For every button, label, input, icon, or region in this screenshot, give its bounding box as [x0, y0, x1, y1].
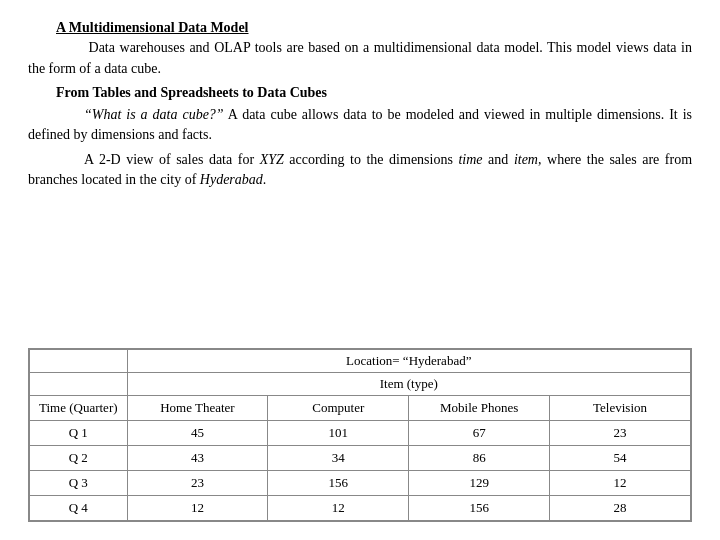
column-header-row: Time (Quarter) Home Theater Computer Mob… — [30, 396, 691, 421]
q2-tv: 54 — [550, 446, 691, 471]
location-header-cell: Location= “Hyderabad” — [127, 350, 690, 373]
data-table-wrapper: Location= “Hyderabad” Item (type) Time (… — [28, 348, 692, 522]
italic-prefix: “What is a data cube?” — [84, 107, 224, 122]
item-type-header-cell: Item (type) — [127, 373, 690, 396]
q4-mobile: 156 — [409, 496, 550, 521]
q3-computer: 156 — [268, 471, 409, 496]
q2-computer: 34 — [268, 446, 409, 471]
q2-mobile: 86 — [409, 446, 550, 471]
heading-tables: From Tables and Spreadsheets to Data Cub… — [56, 83, 692, 103]
computer-header: Computer — [268, 396, 409, 421]
empty-cell-2 — [30, 373, 128, 396]
q4-home-theater: 12 — [127, 496, 268, 521]
data-table: Location= “Hyderabad” Item (type) Time (… — [29, 349, 691, 521]
text-block: A Multidimensional Data Model Data wareh… — [28, 18, 692, 340]
item-type-row: Item (type) — [30, 373, 691, 396]
empty-top-left-cell — [30, 350, 128, 373]
item-label: item — [514, 152, 538, 167]
q4-tv: 28 — [550, 496, 691, 521]
television-header: Television — [550, 396, 691, 421]
home-theater-header: Home Theater — [127, 396, 268, 421]
q1-tv: 23 — [550, 421, 691, 446]
table-row: Q 1 45 101 67 23 — [30, 421, 691, 446]
title-line: A Multidimensional Data Model — [56, 18, 692, 38]
mobile-phones-header: Mobile Phones — [409, 396, 550, 421]
q2-home-theater: 43 — [127, 446, 268, 471]
paragraph-1: Data warehouses and OLAP tools are based… — [28, 38, 692, 79]
q4-label: Q 4 — [30, 496, 128, 521]
q4-computer: 12 — [268, 496, 409, 521]
paragraph-2: “What is a data cube?” A data cube allow… — [28, 105, 692, 146]
paragraph-3: A 2-D view of sales data for XYZ accordi… — [28, 150, 692, 191]
q1-home-theater: 45 — [127, 421, 268, 446]
table-row: Q 2 43 34 86 54 — [30, 446, 691, 471]
page: A Multidimensional Data Model Data wareh… — [0, 0, 720, 540]
q3-tv: 12 — [550, 471, 691, 496]
para1-text: Data warehouses and OLAP tools are based… — [28, 40, 692, 75]
q3-home-theater: 23 — [127, 471, 268, 496]
q1-computer: 101 — [268, 421, 409, 446]
location-row: Location= “Hyderabad” — [30, 350, 691, 373]
city-label: Hyderabad — [200, 172, 263, 187]
q1-label: Q 1 — [30, 421, 128, 446]
table-row: Q 4 12 12 156 28 — [30, 496, 691, 521]
time-quarter-header: Time (Quarter) — [30, 396, 128, 421]
q3-mobile: 129 — [409, 471, 550, 496]
q1-mobile: 67 — [409, 421, 550, 446]
q3-label: Q 3 — [30, 471, 128, 496]
xyz-label: XYZ — [260, 152, 284, 167]
q2-label: Q 2 — [30, 446, 128, 471]
time-label: time — [458, 152, 482, 167]
section-title: A Multidimensional Data Model — [56, 20, 249, 35]
table-row: Q 3 23 156 129 12 — [30, 471, 691, 496]
